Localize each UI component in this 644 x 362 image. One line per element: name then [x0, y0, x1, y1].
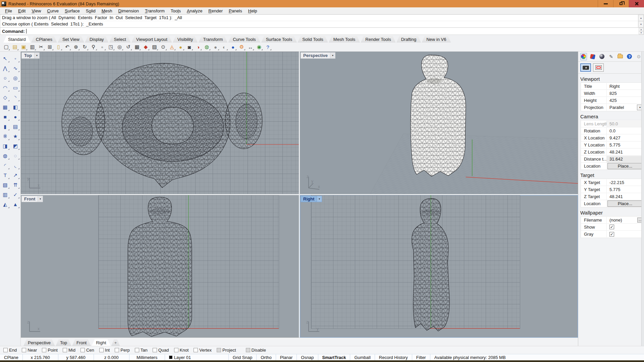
toolbar-tab[interactable]: Mesh Tools	[329, 36, 360, 43]
sphere-render-icon[interactable]: ◐	[220, 43, 228, 51]
trim-icon[interactable]: ◨	[0, 142, 10, 150]
files-tab-icon[interactable]	[617, 53, 624, 60]
minimize-button[interactable]	[598, 0, 613, 7]
viewport-tab[interactable]: Right	[92, 339, 110, 346]
checkbox-icon[interactable]	[217, 348, 221, 352]
circle-icon[interactable]: ○	[0, 74, 10, 82]
property-value[interactable]: Place... ▼ ... ✓	[606, 200, 643, 207]
explode-icon[interactable]: ※	[0, 132, 10, 140]
toolbar-tab[interactable]: Drafting	[396, 36, 421, 43]
property-value[interactable]: Parallel ▼ ... ✓	[606, 104, 643, 111]
boolean-union-icon[interactable]: ◍	[0, 152, 10, 160]
checkbox-icon[interactable]	[22, 348, 26, 352]
osnap-toggle[interactable]: Quad	[153, 348, 169, 353]
checkbox-checked-icon[interactable]: ✓	[609, 232, 614, 237]
toolbar-tab[interactable]: CPlanes	[31, 36, 57, 43]
viewport-canvas-perspective[interactable]	[300, 52, 578, 194]
osnap-toggle[interactable]: Int	[99, 348, 110, 353]
osnap-toggle[interactable]: Disable	[246, 348, 266, 353]
select-arrow-icon[interactable]: ↖	[0, 54, 10, 63]
help-tab-icon[interactable]: ?	[626, 53, 633, 60]
property-value[interactable]: 50.0 ▼ ... ✓	[606, 121, 643, 127]
property-value[interactable]: 9.427 ▼ ... ✓	[606, 135, 643, 141]
osnap-toggle[interactable]: Near	[22, 348, 37, 353]
open-folder-icon[interactable]: ▤	[11, 43, 19, 51]
property-value[interactable]: ▼ ... ✓	[606, 224, 643, 230]
menu-item[interactable]: Mesh	[99, 8, 115, 14]
point-icon[interactable]: ◦	[10, 54, 21, 63]
osnap-toggle[interactable]: Knot	[174, 348, 189, 353]
osnap-toggle[interactable]: Vertex	[194, 348, 212, 353]
property-value[interactable]: 825 ▼ ... ✓	[606, 90, 643, 97]
osnap-toggle[interactable]: Perp	[115, 348, 129, 353]
panel-scrollbar[interactable]	[641, 52, 644, 346]
viewport-right[interactable]: Right ▼ z y	[300, 195, 578, 338]
checkbox-icon[interactable]	[63, 348, 67, 352]
property-value[interactable]: 5.775 ▼ ... ✓	[606, 186, 643, 193]
split-icon[interactable]: ◩	[10, 142, 21, 150]
viewport-canvas-top[interactable]	[21, 52, 299, 194]
viewport-tab[interactable]: Top	[56, 339, 71, 346]
viewport-perspective[interactable]: Perspective ▼ z y x	[300, 52, 578, 194]
status-toggle-pane[interactable]: Ortho	[257, 354, 276, 360]
cylinder-icon[interactable]: ▮	[0, 122, 10, 131]
viewport-properties-tab[interactable]	[593, 63, 604, 72]
osnap-toggle[interactable]: Cen	[80, 348, 94, 353]
dimension-icon[interactable]: ↔	[246, 43, 255, 51]
car-icon[interactable]: ◆	[142, 43, 150, 51]
menu-item[interactable]: Tools	[168, 8, 184, 14]
menu-item[interactable]: Panels	[226, 8, 245, 14]
sphere-icon[interactable]: ●	[10, 113, 21, 121]
patch-surface-icon[interactable]: ▦	[0, 103, 10, 111]
cplane-pane[interactable]: CPlane	[0, 354, 23, 360]
boolean-difference-icon[interactable]: ◌	[10, 152, 21, 160]
checkbox-icon[interactable]	[115, 348, 119, 352]
status-toggle-pane[interactable]: Osnap	[297, 354, 318, 360]
undo-icon[interactable]: ↶	[63, 43, 71, 51]
pan-icon[interactable]: ⊕	[72, 43, 80, 51]
viewport-front[interactable]: Front ▼ z x	[21, 195, 299, 338]
viewport-tab[interactable]: Perspective	[23, 339, 55, 346]
menu-item[interactable]: Dimension	[115, 8, 142, 14]
menu-item[interactable]: File	[2, 8, 15, 14]
layer-pane[interactable]: Layer 01	[165, 354, 229, 360]
polygon-icon[interactable]: ◇	[0, 93, 10, 102]
units-pane[interactable]: Millimeters	[129, 354, 165, 360]
zoom-dynamic-icon[interactable]: ⚲	[89, 43, 98, 51]
add-viewport-tab[interactable]: +	[111, 339, 120, 346]
toolbar-tab[interactable]: Select	[109, 36, 131, 43]
property-value[interactable]: 48.241 ▼ ... ✓	[606, 149, 643, 155]
plan-map-icon[interactable]: ▨	[150, 43, 159, 51]
command-prompt-scroll[interactable]: ▲ ▼	[639, 28, 644, 35]
status-toggle-pane[interactable]: Grid Snap	[229, 354, 257, 360]
checkbox-icon[interactable]	[194, 348, 198, 352]
help-icon[interactable]: ?	[264, 43, 272, 51]
status-toggle-pane[interactable]: SmartTrack	[318, 354, 351, 360]
status-toggle-pane[interactable]: Filter	[412, 354, 430, 360]
polyline-icon[interactable]: ⋀	[0, 64, 10, 72]
rectangle-icon[interactable]: ▭	[10, 83, 21, 92]
status-toggle-pane[interactable]: Planar	[276, 354, 297, 360]
save-icon[interactable]: ▣	[19, 43, 28, 51]
property-value[interactable]: 31.642 ▼ ... ✓	[606, 156, 643, 162]
osnap-toggle[interactable]: End	[3, 348, 17, 353]
fillet-icon[interactable]: ◜	[0, 161, 10, 170]
osnap-toggle[interactable]: Point	[42, 348, 58, 353]
property-value[interactable]: Place... ▼ ... ✓	[606, 163, 643, 170]
ellipse-icon[interactable]: ◎	[10, 74, 21, 82]
viewport-title-top[interactable]: Top ▼	[21, 52, 40, 59]
copy-icon[interactable]: ⊞	[46, 43, 54, 51]
zoom-window-icon[interactable]: ▫	[98, 43, 106, 51]
conic-curve-icon[interactable]: ◝	[10, 93, 21, 102]
settings-gear-icon[interactable]: ⚙	[237, 43, 246, 51]
render-globe-icon[interactable]: ◉	[255, 43, 263, 51]
menu-item[interactable]: Surface	[62, 8, 83, 14]
command-history-scrollbar[interactable]: ▲ ▼	[638, 15, 644, 27]
spotlight-icon[interactable]: ▲	[10, 200, 21, 208]
osnap-toggle[interactable]: Project	[217, 348, 236, 353]
curve-icon[interactable]: ∿	[10, 64, 21, 72]
viewport-title-front[interactable]: Front ▼	[21, 196, 43, 202]
property-value[interactable]: ▼ ... ✓	[606, 231, 643, 237]
toolbar-tab[interactable]: Display	[85, 36, 109, 43]
toolbar-tab[interactable]: Standard	[3, 36, 31, 43]
